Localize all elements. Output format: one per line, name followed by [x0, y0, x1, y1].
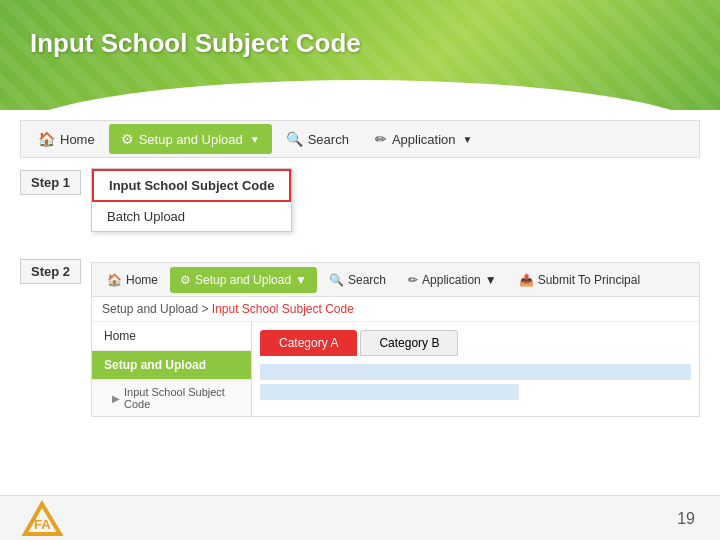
nav2-submit-label: Submit To Principal	[538, 273, 641, 287]
sidebar-item-setup[interactable]: Setup and Upload	[92, 351, 251, 380]
navbar1: 🏠 Home ⚙ Setup and Upload ▼ 🔍 Search ✏ A…	[20, 120, 700, 158]
setup-caret-icon: ▼	[250, 134, 260, 145]
sidebar: Home Setup and Upload ▶ Input School Sub…	[92, 322, 252, 416]
application-caret-icon: ▼	[463, 134, 473, 145]
submit-icon: 📤	[519, 273, 534, 287]
nav2-submit[interactable]: 📤 Submit To Principal	[509, 267, 651, 293]
setup-icon: ⚙	[121, 131, 134, 147]
application2-icon: ✏	[408, 273, 418, 287]
data-row-1	[260, 364, 691, 380]
page-title: Input School Subject Code	[30, 28, 361, 59]
search-icon: 🔍	[286, 131, 303, 147]
data-rows	[260, 364, 691, 400]
dropdown-item-batch-upload[interactable]: Batch Upload	[92, 202, 291, 231]
tab-category-a[interactable]: Category A	[260, 330, 357, 356]
nav2-application[interactable]: ✏ Application ▼	[398, 267, 507, 293]
nav2-search[interactable]: 🔍 Search	[319, 267, 396, 293]
sidebar-item-home[interactable]: Home	[92, 322, 251, 351]
sidebar-sub-input-subject[interactable]: ▶ Input School Subject Code	[92, 380, 251, 416]
nav-search-label: Search	[308, 132, 349, 147]
step1-dropdown: Input School Subject Code Batch Upload	[91, 168, 292, 232]
nav2-setup-label: Setup and Upload	[195, 273, 291, 287]
top-banner: Input School Subject Code	[0, 0, 720, 110]
svg-text:FA: FA	[34, 517, 51, 532]
step2-container: 🏠 Home ⚙ Setup and Upload ▼ 🔍 Search ✏ A…	[91, 262, 700, 417]
sidebar-arrow-icon: ▶	[112, 393, 120, 404]
tab-category-b[interactable]: Category B	[360, 330, 458, 356]
setup2-icon: ⚙	[180, 273, 191, 287]
nav-application-label: Application	[392, 132, 456, 147]
nav-setup-label: Setup and Upload	[139, 132, 243, 147]
search2-icon: 🔍	[329, 273, 344, 287]
navbar2: 🏠 Home ⚙ Setup and Upload ▼ 🔍 Search ✏ A…	[92, 263, 699, 297]
step2-label: Step 2	[20, 259, 81, 284]
breadcrumb-link[interactable]: Input School Subject Code	[212, 302, 354, 316]
nav2-home-label: Home	[126, 273, 158, 287]
step2-block: Step 2 🏠 Home ⚙ Setup and Upload ▼ 🔍 Sea…	[20, 257, 700, 417]
step1-label: Step 1	[20, 170, 81, 195]
bottom-bar: FA 19	[0, 495, 720, 540]
breadcrumb: Setup and Upload > Input School Subject …	[92, 297, 699, 322]
setup2-caret-icon: ▼	[295, 273, 307, 287]
nav-setup[interactable]: ⚙ Setup and Upload ▼	[109, 124, 272, 154]
logo: FA	[20, 499, 65, 537]
nav2-setup[interactable]: ⚙ Setup and Upload ▼	[170, 267, 317, 293]
nav-search[interactable]: 🔍 Search	[274, 124, 361, 154]
sidebar-sub-label: Input School Subject Code	[124, 386, 239, 410]
data-row-2	[260, 384, 519, 400]
main-content: 🏠 Home ⚙ Setup and Upload ▼ 🔍 Search ✏ A…	[0, 105, 720, 432]
home2-icon: 🏠	[107, 273, 122, 287]
nav-application[interactable]: ✏ Application ▼	[363, 124, 485, 154]
logo-svg: FA	[20, 499, 65, 537]
step2-body: Home Setup and Upload ▶ Input School Sub…	[92, 322, 699, 416]
dropdown-item-input-subject[interactable]: Input School Subject Code	[92, 169, 291, 202]
nav-home[interactable]: 🏠 Home	[26, 124, 107, 154]
breadcrumb-text: Setup and Upload >	[102, 302, 212, 316]
nav2-home[interactable]: 🏠 Home	[97, 267, 168, 293]
separator	[20, 232, 700, 257]
nav2-search-label: Search	[348, 273, 386, 287]
nav2-application-label: Application	[422, 273, 481, 287]
application2-caret-icon: ▼	[485, 273, 497, 287]
step2-main: Category A Category B	[252, 322, 699, 416]
step1-block: Step 1 Input School Subject Code Batch U…	[20, 168, 700, 232]
tab-row: Category A Category B	[260, 330, 691, 356]
page-number: 19	[677, 510, 695, 528]
home-icon: 🏠	[38, 131, 55, 147]
application-icon: ✏	[375, 131, 387, 147]
nav-home-label: Home	[60, 132, 95, 147]
